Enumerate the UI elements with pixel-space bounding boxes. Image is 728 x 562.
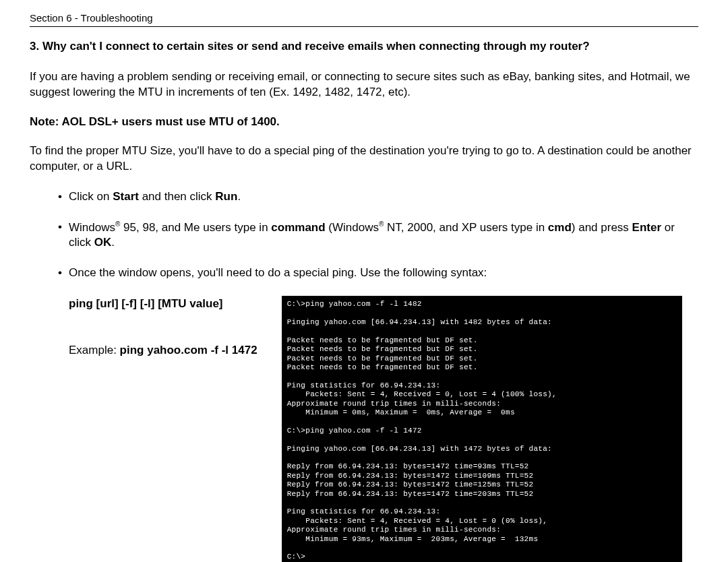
b2-text-k: . xyxy=(111,236,115,249)
b2-enter: Enter xyxy=(632,220,661,233)
b2-command: command xyxy=(271,220,325,233)
b2-text-a: Windows xyxy=(69,220,115,233)
b2-text-b: 95, 98, and Me users type in xyxy=(120,220,271,233)
b1-text-e: . xyxy=(237,190,241,203)
header-rule xyxy=(30,26,698,27)
b1-text-a: Click on xyxy=(69,190,113,203)
b2-text-g: ) and press xyxy=(572,220,632,233)
bullet-2: Windows® 95, 98, and Me users type in co… xyxy=(69,220,698,251)
note-aol: Note: AOL DSL+ users must use MTU of 140… xyxy=(30,115,698,129)
example-label: Example: xyxy=(69,344,120,356)
paragraph-1: If you are having a problem sending or r… xyxy=(30,69,698,100)
b2-text-e: NT, 2000, and XP users type in xyxy=(384,220,548,233)
example-command: ping yahoo.com -f -l 1472 xyxy=(120,344,257,356)
ping-example: Example: ping yahoo.com -f -l 1472 xyxy=(69,343,257,358)
paragraph-2: To find the proper MTU Size, you'll have… xyxy=(30,144,698,175)
b1-text-c: and then click xyxy=(139,190,215,203)
b2-cmd: cmd xyxy=(548,220,572,233)
ping-syntax: ping [url] [-f] [-l] [MTU value] xyxy=(69,297,257,311)
faq-question: 3. Why can't I connect to certain sites … xyxy=(30,39,698,55)
bullet-list: Click on Start and then click Run. Windo… xyxy=(30,189,698,281)
terminal-output: C:\>ping yahoo.com -f -l 1482 Pinging ya… xyxy=(282,296,682,562)
bullet-1: Click on Start and then click Run. xyxy=(69,189,698,205)
b2-text-d: (Windows xyxy=(326,220,379,233)
b2-ok: OK xyxy=(94,236,112,249)
b1-run: Run xyxy=(215,190,237,203)
b1-start: Start xyxy=(113,190,139,203)
section-header: Section 6 - Troubleshooting xyxy=(30,12,698,24)
bullet-3: Once the window opens, you'll need to do… xyxy=(69,266,698,281)
